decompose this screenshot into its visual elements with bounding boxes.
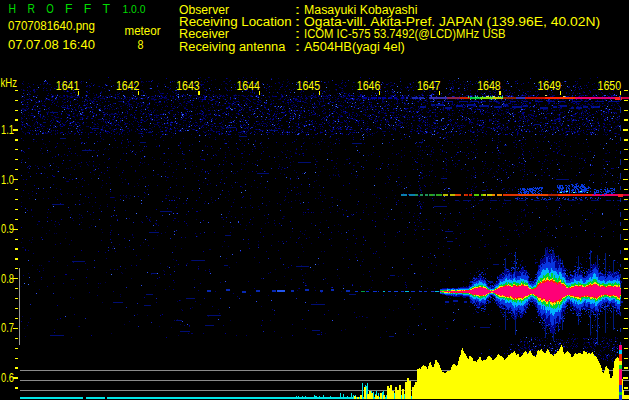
svg-text:0.9: 0.9	[1, 222, 14, 236]
svg-text:1643: 1643	[176, 79, 200, 93]
svg-text:07.07.08 16:40: 07.07.08 16:40	[8, 38, 95, 52]
svg-text:O: O	[46, 2, 54, 16]
svg-text:0.7: 0.7	[1, 321, 14, 335]
svg-text:1650: 1650	[598, 79, 622, 93]
svg-text:1.1: 1.1	[1, 123, 14, 137]
svg-text:R: R	[27, 2, 35, 16]
svg-text:1645: 1645	[297, 79, 321, 93]
svg-text::: :	[295, 40, 301, 54]
svg-text:1649: 1649	[537, 79, 561, 93]
svg-text:A504HB(yagi 4el): A504HB(yagi 4el)	[304, 40, 405, 54]
svg-text:1642: 1642	[116, 79, 140, 93]
svg-text:1641: 1641	[56, 79, 80, 93]
svg-text:1648: 1648	[477, 79, 501, 93]
svg-text:0707081640.png: 0707081640.png	[8, 19, 95, 33]
svg-text:0.8: 0.8	[1, 272, 14, 286]
svg-text:1.0.0: 1.0.0	[123, 2, 146, 16]
svg-text:1.0: 1.0	[1, 173, 14, 187]
svg-text:1644: 1644	[236, 79, 260, 93]
svg-text:H: H	[9, 2, 17, 16]
svg-text:F: F	[65, 2, 73, 16]
svg-text:1646: 1646	[357, 79, 381, 93]
svg-text:kHz: kHz	[1, 76, 18, 90]
svg-text:Receiving antenna: Receiving antenna	[179, 40, 286, 54]
svg-text:8: 8	[138, 38, 144, 52]
svg-text:1647: 1647	[417, 79, 441, 93]
svg-text:T: T	[103, 2, 111, 16]
svg-text:F: F	[84, 2, 92, 16]
svg-text:0.6: 0.6	[1, 371, 14, 385]
svg-text:meteor: meteor	[125, 24, 161, 38]
